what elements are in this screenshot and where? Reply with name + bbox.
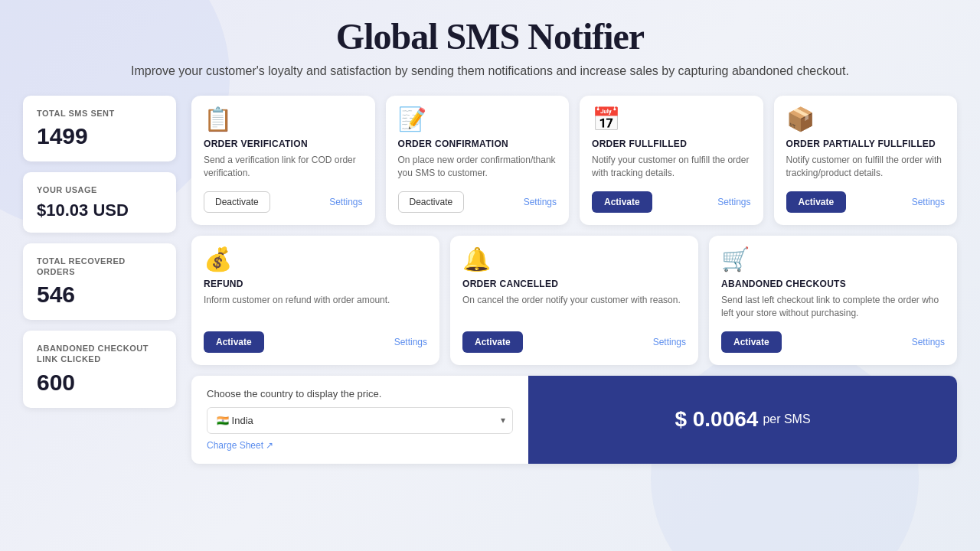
- card-desc-abandoned-checkouts: Send last left checkout link to complete…: [721, 294, 945, 321]
- card-icon-refund: 💰: [204, 248, 427, 271]
- country-select[interactable]: 🇮🇳 India 🇺🇸 United States 🇬🇧 United King…: [207, 407, 513, 434]
- cards-row-1: 📋 ORDER VERIFICATION Send a verification…: [191, 96, 957, 225]
- btn-activate-abandoned-checkouts[interactable]: Activate: [721, 331, 782, 353]
- card-icon-order-partial: 📦: [786, 108, 946, 131]
- btn-settings-order-verification[interactable]: Settings: [329, 197, 362, 207]
- card-order-confirmation: 📝 ORDER CONFIRMATION On place new order …: [386, 96, 570, 225]
- btn-deactivate-order-verification[interactable]: Deactivate: [204, 191, 270, 213]
- price-amount: $ 0.0064: [675, 407, 758, 432]
- btn-activate-order-partial[interactable]: Activate: [786, 191, 847, 213]
- price-unit: per SMS: [763, 412, 810, 426]
- card-icon-order-confirmation: 📝: [398, 108, 557, 131]
- card-icon-order-fulfilled: 📅: [592, 108, 751, 131]
- card-actions-order-confirmation: Deactivate Settings: [398, 191, 557, 213]
- btn-deactivate-order-confirmation[interactable]: Deactivate: [398, 191, 465, 213]
- btn-settings-abandoned-checkouts[interactable]: Settings: [912, 337, 945, 347]
- card-desc-order-partial: Notify customer on fulfill the order wit…: [786, 154, 946, 181]
- pricing-section: Choose the country to display the price.…: [191, 376, 957, 464]
- card-desc-order-verification: Send a verification link for COD order v…: [204, 154, 363, 181]
- stat-card-abandoned: ABANDONED CHECKOUT LINK CLICKED 600: [23, 331, 176, 408]
- usage-value: $10.03 USD: [37, 201, 162, 220]
- card-refund: 💰 REFUND Inform customer on refund with …: [191, 236, 439, 365]
- card-title-order-fulfilled: ORDER FULLFILLED: [592, 139, 751, 149]
- btn-settings-refund[interactable]: Settings: [394, 337, 427, 347]
- card-title-order-partial: ORDER PARTIALLY FULLFILLED: [786, 139, 946, 149]
- country-selector: Choose the country to display the price.…: [191, 376, 528, 464]
- total-sms-label: TOTAL SMS SENT: [37, 108, 162, 119]
- stat-card-usage: YOUR USAGE $10.03 USD: [23, 172, 176, 232]
- abandoned-label: ABANDONED CHECKOUT LINK CLICKED: [37, 343, 162, 365]
- total-sms-value: 1499: [37, 123, 162, 149]
- btn-activate-refund[interactable]: Activate: [204, 331, 264, 353]
- page-subtitle: Improve your customer's loyalty and sati…: [23, 62, 957, 80]
- recovered-value: 546: [37, 282, 162, 308]
- card-icon-order-verification: 📋: [204, 108, 363, 131]
- card-actions-order-partial: Activate Settings: [786, 191, 946, 213]
- card-actions-refund: Activate Settings: [204, 331, 427, 353]
- card-abandoned-checkouts: 🛒 ABANDONED CHECKOUTS Send last left che…: [709, 236, 957, 365]
- stat-card-recovered: TOTAL RECOVERED ORDERS 546: [23, 243, 176, 321]
- page-title: Global SMS Notifier: [23, 15, 957, 57]
- card-title-abandoned-checkouts: ABANDONED CHECKOUTS: [721, 279, 945, 289]
- recovered-label: TOTAL RECOVERED ORDERS: [37, 256, 162, 278]
- page-header: Global SMS Notifier Improve your custome…: [23, 15, 957, 80]
- card-actions-order-cancelled: Activate Settings: [462, 331, 686, 353]
- btn-activate-order-cancelled[interactable]: Activate: [462, 331, 523, 353]
- card-order-fulfilled: 📅 ORDER FULLFILLED Notify your customer …: [580, 96, 763, 225]
- card-desc-order-confirmation: On place new order confirmation/thank yo…: [398, 154, 557, 181]
- stat-card-total-sms: TOTAL SMS SENT 1499: [23, 96, 176, 161]
- card-actions-abandoned-checkouts: Activate Settings: [721, 331, 945, 353]
- card-actions-order-verification: Deactivate Settings: [204, 191, 363, 213]
- abandoned-value: 600: [37, 370, 162, 396]
- btn-settings-order-confirmation[interactable]: Settings: [524, 197, 557, 207]
- price-display: $ 0.0064 per SMS: [528, 376, 957, 464]
- btn-settings-order-cancelled[interactable]: Settings: [653, 337, 686, 347]
- card-desc-refund: Inform customer on refund with order amo…: [204, 294, 427, 321]
- card-icon-order-cancelled: 🔔: [462, 248, 686, 271]
- card-order-partial: 📦 ORDER PARTIALLY FULLFILLED Notify cust…: [774, 96, 958, 225]
- stats-sidebar: TOTAL SMS SENT 1499 YOUR USAGE $10.03 US…: [23, 96, 176, 408]
- main-content: 📋 ORDER VERIFICATION Send a verification…: [191, 96, 957, 464]
- card-title-refund: REFUND: [204, 279, 427, 289]
- cards-row-2: 💰 REFUND Inform customer on refund with …: [191, 236, 957, 365]
- card-title-order-cancelled: ORDER CANCELLED: [462, 279, 686, 289]
- usage-label: YOUR USAGE: [37, 184, 162, 195]
- card-title-order-confirmation: ORDER CONFIRMATION: [398, 139, 557, 149]
- btn-activate-order-fulfilled[interactable]: Activate: [592, 191, 652, 213]
- card-order-verification: 📋 ORDER VERIFICATION Send a verification…: [191, 96, 375, 225]
- card-desc-order-fulfilled: Notify your customer on fulfill the orde…: [592, 154, 751, 181]
- card-icon-abandoned-checkouts: 🛒: [721, 248, 945, 271]
- btn-settings-order-fulfilled[interactable]: Settings: [717, 197, 750, 207]
- country-label: Choose the country to display the price.: [207, 388, 513, 399]
- card-order-cancelled: 🔔 ORDER CANCELLED On cancel the order no…: [450, 236, 698, 365]
- btn-settings-order-partial[interactable]: Settings: [912, 197, 945, 207]
- card-desc-order-cancelled: On cancel the order notify your customer…: [462, 294, 686, 321]
- card-title-order-verification: ORDER VERIFICATION: [204, 139, 363, 149]
- charge-sheet-link[interactable]: Charge Sheet ↗: [207, 440, 273, 451]
- card-actions-order-fulfilled: Activate Settings: [592, 191, 751, 213]
